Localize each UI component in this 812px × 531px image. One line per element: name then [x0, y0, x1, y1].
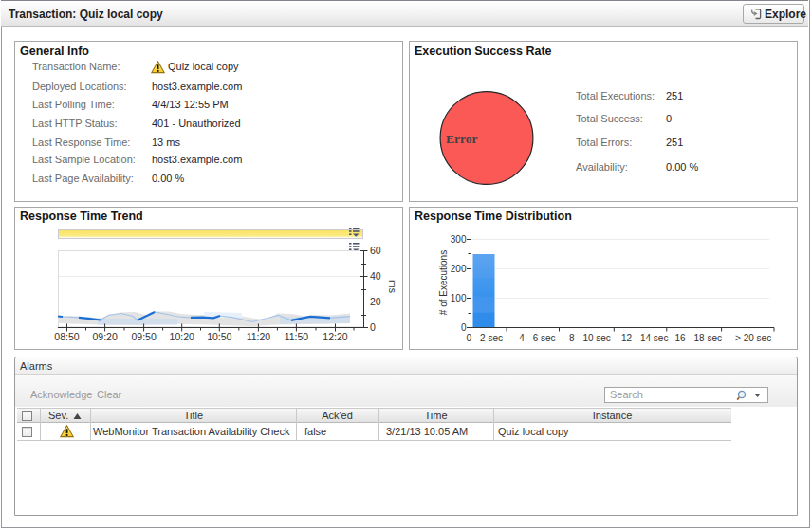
svg-text:10:20: 10:20	[170, 331, 194, 342]
svg-text:300: 300	[451, 234, 467, 245]
svg-text:20: 20	[370, 296, 381, 307]
svg-text:ms: ms	[387, 280, 398, 293]
svg-text:60: 60	[370, 245, 381, 256]
svg-text:12 - 14 sec: 12 - 14 sec	[621, 333, 668, 343]
svg-text:10:50: 10:50	[207, 331, 231, 342]
svg-text:09:50: 09:50	[131, 331, 156, 342]
svg-text:11:20: 11:20	[247, 331, 271, 342]
svg-text:16 - 18 sec: 16 - 18 sec	[675, 333, 722, 343]
svg-text:4 - 6 sec: 4 - 6 sec	[519, 333, 555, 343]
svg-text:0: 0	[461, 322, 467, 333]
svg-text:100: 100	[451, 293, 467, 303]
svg-text:# of Executions: # of Executions	[438, 250, 449, 315]
svg-text:> 20 sec: > 20 sec	[735, 333, 771, 343]
svg-text:8 - 10 sec: 8 - 10 sec	[569, 333, 611, 343]
svg-text:200: 200	[451, 264, 467, 274]
svg-text:12:20: 12:20	[323, 331, 347, 342]
svg-text:09:20: 09:20	[92, 331, 117, 342]
svg-text:0: 0	[370, 321, 376, 333]
svg-text:Error: Error	[446, 132, 478, 146]
svg-text:40: 40	[370, 270, 381, 282]
svg-text:08:50: 08:50	[54, 331, 79, 342]
svg-text:0 - 2 sec: 0 - 2 sec	[467, 333, 503, 343]
svg-text:11:50: 11:50	[285, 331, 309, 342]
